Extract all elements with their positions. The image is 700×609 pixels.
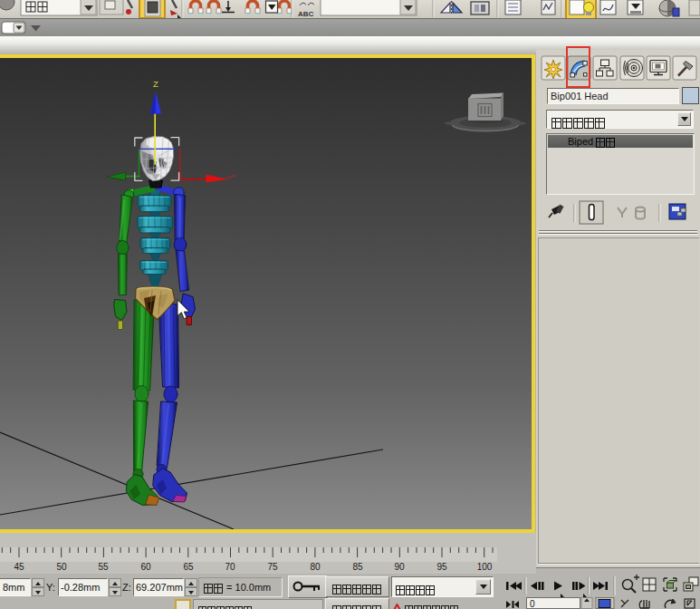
svg-text:ABC: ABC [298, 10, 314, 18]
svg-text:0: 0 [530, 599, 535, 609]
svg-text:Z: Z [153, 79, 158, 89]
